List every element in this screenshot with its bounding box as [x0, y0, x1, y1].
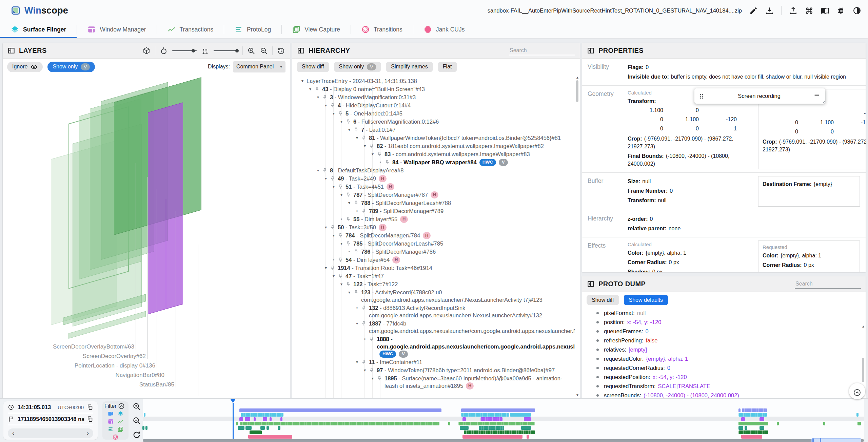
pin-icon[interactable]: [330, 102, 338, 108]
tab-surface-flinger[interactable]: Surface Flinger: [0, 21, 77, 38]
expand-arrow-icon[interactable]: ▾: [322, 102, 330, 109]
tree-node[interactable]: ▾97 - WindowToken{7f78b6b type=2011 andr…: [294, 366, 575, 374]
scrubber-mark[interactable]: [820, 438, 821, 442]
layer-name-label[interactable]: PointerLocation - display 0#136: [75, 362, 155, 369]
pin-icon[interactable]: [369, 142, 377, 149]
show-diff-button[interactable]: Show diff: [297, 62, 329, 72]
show-diff-button[interactable]: Show diff: [587, 295, 619, 305]
view-capture-filter-icon[interactable]: [117, 426, 124, 433]
show-defaults-button[interactable]: Show defaults: [624, 295, 668, 305]
expand-timeline-button[interactable]: [849, 383, 865, 399]
panel-icon[interactable]: [587, 280, 595, 288]
window-manager-filter-icon[interactable]: [107, 418, 114, 425]
reset-view-icon[interactable]: [277, 47, 285, 55]
expand-arrow-icon[interactable]: ▾: [298, 77, 307, 85]
3d-view-icon[interactable]: [142, 47, 151, 55]
expand-arrow-icon[interactable]: ▾: [322, 224, 330, 231]
timeline-cursor[interactable]: [233, 403, 234, 439]
keyboard-shortcuts-icon[interactable]: [805, 6, 813, 15]
transactions-filter-icon[interactable]: [117, 418, 124, 425]
download-traces-icon[interactable]: [765, 6, 774, 15]
expand-arrow-icon[interactable]: ▾: [337, 240, 346, 247]
previous-frame-icon[interactable]: ‹: [12, 429, 14, 437]
expand-arrow-icon[interactable]: ▾: [337, 118, 346, 125]
minimize-icon[interactable]: [813, 92, 821, 100]
tree-node[interactable]: •1888 - com.google.android.apps.nexuslau…: [294, 335, 575, 358]
timeline-zoom-in-icon[interactable]: [132, 402, 141, 411]
scroll-up-icon[interactable]: ▲: [576, 76, 579, 79]
tree-node[interactable]: ▾6 - FullscreenMagnification:0:12#6: [294, 118, 575, 126]
spacing-slider[interactable]: [214, 50, 238, 51]
proto-property-row[interactable]: requestedTransform:SCALE|TRANSLATE: [582, 382, 861, 391]
pin-icon[interactable]: [377, 150, 384, 157]
expand-arrow-icon[interactable]: ▾: [369, 375, 377, 382]
pin-icon[interactable]: [369, 366, 377, 373]
pin-icon[interactable]: [361, 207, 369, 214]
layer-name-label[interactable]: ScreenDecorOverlay#62: [83, 353, 146, 360]
protolog-filter-icon[interactable]: [107, 426, 114, 433]
tree-node[interactable]: ▾785 - SplitDecorManagerLeash#785: [294, 239, 575, 248]
expand-arrow-icon[interactable]: ▾: [353, 320, 361, 327]
tree-node[interactable]: ▾47 - Task=1#47: [294, 272, 575, 280]
tab-view-capture[interactable]: View Capture: [281, 21, 351, 38]
tree-node[interactable]: ▾1895 - Surface(name=3baac60 InputMethod…: [294, 374, 575, 390]
timeline-tracks[interactable]: [143, 399, 864, 442]
tree-node[interactable]: ▾83 - com.android.systemui.wallpapers.Im…: [294, 150, 575, 158]
pin-icon[interactable]: [330, 175, 338, 181]
tree-node[interactable]: ▾7 - Leaf:0:1#7: [294, 126, 575, 134]
pin-icon[interactable]: [353, 199, 361, 206]
tab-jank-cujs[interactable]: Jank CUJs: [413, 21, 475, 38]
expand-arrow-icon[interactable]: ▾: [314, 167, 322, 174]
expand-arrow-icon[interactable]: ▾: [345, 199, 353, 207]
tab-protolog[interactable]: ProtoLog: [224, 21, 281, 38]
tree-node[interactable]: •132 - d886913 ActivityRecordInputSink c…: [294, 304, 575, 319]
tree-node[interactable]: ▾49 - Task=2#49H: [294, 174, 575, 183]
pin-icon[interactable]: [338, 256, 346, 262]
rotation-icon[interactable]: [160, 47, 168, 55]
copy-nanos-icon[interactable]: [87, 416, 93, 422]
surface-flinger-filter-icon[interactable]: [117, 411, 124, 417]
collapse-filter-icon[interactable]: [118, 403, 125, 409]
tree-node[interactable]: ▾784 - SplitDecorManager#784H: [294, 231, 575, 239]
expand-arrow-icon[interactable]: ▾: [330, 110, 338, 117]
pin-icon[interactable]: [346, 191, 353, 197]
flat-button[interactable]: Flat: [438, 62, 457, 72]
pin-icon[interactable]: [338, 232, 346, 238]
tab-window-manager[interactable]: Window Manager: [77, 21, 156, 38]
scrubber-selection[interactable]: [811, 438, 861, 442]
transitions-filter-icon[interactable]: [112, 434, 119, 440]
copy-time-icon[interactable]: [87, 404, 93, 411]
pin-icon[interactable]: [361, 358, 369, 365]
expand-arrow-icon[interactable]: ▾: [337, 191, 346, 198]
proto-property-row[interactable]: relatives:[empty]: [582, 345, 861, 354]
pin-icon[interactable]: [346, 215, 353, 222]
layer-name-label[interactable]: ScreenDecorOverlayBottom#63: [53, 343, 134, 350]
scrubber-mark[interactable]: [812, 438, 814, 442]
proto-property-row[interactable]: pixelFormat:null: [582, 309, 861, 318]
tree-node[interactable]: ▾5 - OneHanded:0:14#5: [294, 109, 575, 118]
pin-icon[interactable]: [384, 159, 392, 165]
pin-icon[interactable]: [338, 110, 346, 116]
expand-arrow-icon[interactable]: ▾: [345, 289, 353, 296]
proto-dump-search-input[interactable]: [795, 279, 861, 289]
expand-arrow-icon[interactable]: ▾: [369, 150, 377, 158]
zoom-in-icon[interactable]: [247, 47, 255, 55]
pin-icon[interactable]: [338, 183, 346, 189]
pin-icon[interactable]: [338, 272, 346, 279]
simplify-names-button[interactable]: Simplify names: [386, 62, 433, 72]
timeline-scrubber[interactable]: [143, 439, 864, 442]
expand-arrow-icon[interactable]: ▾: [361, 142, 369, 150]
pin-icon[interactable]: [314, 85, 322, 92]
pin-icon[interactable]: [322, 167, 330, 173]
tree-node[interactable]: ▾11 - ImeContainer#11: [294, 358, 575, 366]
documentation-icon[interactable]: [821, 6, 829, 15]
expand-arrow-icon[interactable]: ▾: [353, 134, 361, 142]
hierarchy-search-input[interactable]: [509, 46, 575, 55]
tab-transactions[interactable]: Transactions: [157, 21, 224, 38]
timeline-reset-icon[interactable]: [132, 430, 141, 439]
tree-node[interactable]: •786 - SplitDecorManager#786: [294, 248, 575, 256]
pin-icon[interactable]: [322, 93, 330, 100]
scroll-down-icon[interactable]: ▼: [576, 393, 579, 397]
pin-icon[interactable]: [346, 280, 353, 287]
expand-arrow-icon[interactable]: ▾: [353, 358, 361, 366]
